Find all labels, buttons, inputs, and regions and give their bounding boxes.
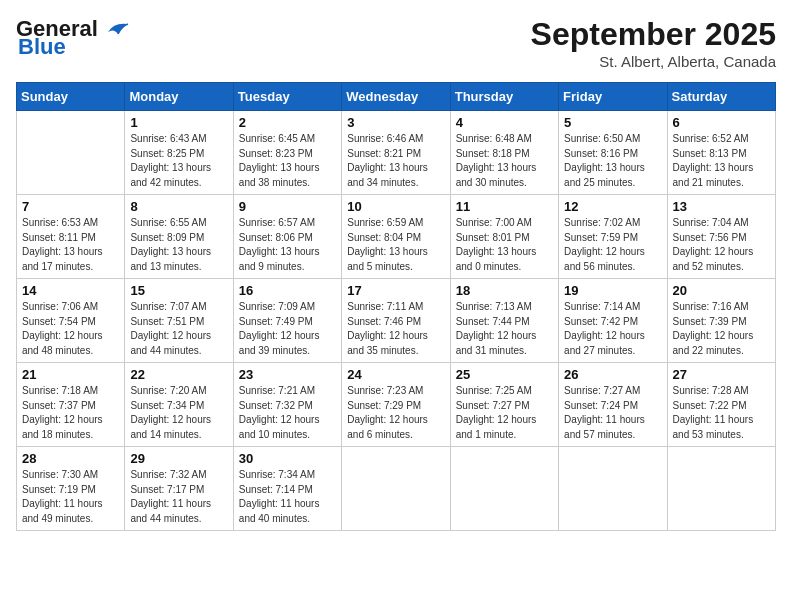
- title-block: September 2025 St. Albert, Alberta, Cana…: [531, 16, 776, 70]
- day-info: Sunrise: 7:34 AM Sunset: 7:14 PM Dayligh…: [239, 468, 336, 526]
- calendar-cell: 26Sunrise: 7:27 AM Sunset: 7:24 PM Dayli…: [559, 363, 667, 447]
- calendar-cell: 22Sunrise: 7:20 AM Sunset: 7:34 PM Dayli…: [125, 363, 233, 447]
- calendar-cell: 19Sunrise: 7:14 AM Sunset: 7:42 PM Dayli…: [559, 279, 667, 363]
- calendar-cell: 8Sunrise: 6:55 AM Sunset: 8:09 PM Daylig…: [125, 195, 233, 279]
- calendar-cell: 14Sunrise: 7:06 AM Sunset: 7:54 PM Dayli…: [17, 279, 125, 363]
- day-number: 20: [673, 283, 770, 298]
- day-number: 19: [564, 283, 661, 298]
- day-info: Sunrise: 6:43 AM Sunset: 8:25 PM Dayligh…: [130, 132, 227, 190]
- day-number: 23: [239, 367, 336, 382]
- calendar-cell: 4Sunrise: 6:48 AM Sunset: 8:18 PM Daylig…: [450, 111, 558, 195]
- calendar-cell: 6Sunrise: 6:52 AM Sunset: 8:13 PM Daylig…: [667, 111, 775, 195]
- day-number: 30: [239, 451, 336, 466]
- day-info: Sunrise: 7:16 AM Sunset: 7:39 PM Dayligh…: [673, 300, 770, 358]
- calendar-cell: [667, 447, 775, 531]
- day-info: Sunrise: 7:18 AM Sunset: 7:37 PM Dayligh…: [22, 384, 119, 442]
- day-info: Sunrise: 7:13 AM Sunset: 7:44 PM Dayligh…: [456, 300, 553, 358]
- calendar-cell: 16Sunrise: 7:09 AM Sunset: 7:49 PM Dayli…: [233, 279, 341, 363]
- day-info: Sunrise: 7:02 AM Sunset: 7:59 PM Dayligh…: [564, 216, 661, 274]
- page-header: General Blue September 2025 St. Albert, …: [16, 16, 776, 70]
- calendar-week-row: 21Sunrise: 7:18 AM Sunset: 7:37 PM Dayli…: [17, 363, 776, 447]
- day-info: Sunrise: 7:07 AM Sunset: 7:51 PM Dayligh…: [130, 300, 227, 358]
- day-number: 29: [130, 451, 227, 466]
- day-info: Sunrise: 7:25 AM Sunset: 7:27 PM Dayligh…: [456, 384, 553, 442]
- day-number: 18: [456, 283, 553, 298]
- day-info: Sunrise: 7:06 AM Sunset: 7:54 PM Dayligh…: [22, 300, 119, 358]
- calendar-cell: 1Sunrise: 6:43 AM Sunset: 8:25 PM Daylig…: [125, 111, 233, 195]
- calendar-cell: 15Sunrise: 7:07 AM Sunset: 7:51 PM Dayli…: [125, 279, 233, 363]
- calendar-cell: 5Sunrise: 6:50 AM Sunset: 8:16 PM Daylig…: [559, 111, 667, 195]
- day-number: 5: [564, 115, 661, 130]
- header-thursday: Thursday: [450, 83, 558, 111]
- calendar-cell: [342, 447, 450, 531]
- calendar-cell: 13Sunrise: 7:04 AM Sunset: 7:56 PM Dayli…: [667, 195, 775, 279]
- day-number: 12: [564, 199, 661, 214]
- calendar-cell: 18Sunrise: 7:13 AM Sunset: 7:44 PM Dayli…: [450, 279, 558, 363]
- day-number: 16: [239, 283, 336, 298]
- header-saturday: Saturday: [667, 83, 775, 111]
- day-number: 6: [673, 115, 770, 130]
- calendar-week-row: 28Sunrise: 7:30 AM Sunset: 7:19 PM Dayli…: [17, 447, 776, 531]
- calendar-cell: 21Sunrise: 7:18 AM Sunset: 7:37 PM Dayli…: [17, 363, 125, 447]
- day-number: 4: [456, 115, 553, 130]
- day-number: 13: [673, 199, 770, 214]
- header-friday: Friday: [559, 83, 667, 111]
- calendar-cell: 28Sunrise: 7:30 AM Sunset: 7:19 PM Dayli…: [17, 447, 125, 531]
- day-info: Sunrise: 6:53 AM Sunset: 8:11 PM Dayligh…: [22, 216, 119, 274]
- calendar-cell: 27Sunrise: 7:28 AM Sunset: 7:22 PM Dayli…: [667, 363, 775, 447]
- day-info: Sunrise: 7:04 AM Sunset: 7:56 PM Dayligh…: [673, 216, 770, 274]
- day-number: 26: [564, 367, 661, 382]
- day-number: 8: [130, 199, 227, 214]
- day-info: Sunrise: 7:28 AM Sunset: 7:22 PM Dayligh…: [673, 384, 770, 442]
- day-number: 15: [130, 283, 227, 298]
- day-number: 2: [239, 115, 336, 130]
- day-number: 3: [347, 115, 444, 130]
- day-number: 17: [347, 283, 444, 298]
- calendar-cell: 7Sunrise: 6:53 AM Sunset: 8:11 PM Daylig…: [17, 195, 125, 279]
- day-info: Sunrise: 6:48 AM Sunset: 8:18 PM Dayligh…: [456, 132, 553, 190]
- calendar-cell: 9Sunrise: 6:57 AM Sunset: 8:06 PM Daylig…: [233, 195, 341, 279]
- location-title: St. Albert, Alberta, Canada: [531, 53, 776, 70]
- logo-bird-icon: [100, 18, 130, 40]
- calendar-cell: 2Sunrise: 6:45 AM Sunset: 8:23 PM Daylig…: [233, 111, 341, 195]
- calendar-week-row: 14Sunrise: 7:06 AM Sunset: 7:54 PM Dayli…: [17, 279, 776, 363]
- calendar-week-row: 7Sunrise: 6:53 AM Sunset: 8:11 PM Daylig…: [17, 195, 776, 279]
- header-monday: Monday: [125, 83, 233, 111]
- calendar-cell: 11Sunrise: 7:00 AM Sunset: 8:01 PM Dayli…: [450, 195, 558, 279]
- day-number: 25: [456, 367, 553, 382]
- calendar-header-row: SundayMondayTuesdayWednesdayThursdayFrid…: [17, 83, 776, 111]
- day-info: Sunrise: 7:00 AM Sunset: 8:01 PM Dayligh…: [456, 216, 553, 274]
- day-number: 7: [22, 199, 119, 214]
- calendar-cell: 17Sunrise: 7:11 AM Sunset: 7:46 PM Dayli…: [342, 279, 450, 363]
- day-number: 10: [347, 199, 444, 214]
- day-number: 28: [22, 451, 119, 466]
- day-number: 21: [22, 367, 119, 382]
- month-title: September 2025: [531, 16, 776, 53]
- day-info: Sunrise: 7:32 AM Sunset: 7:17 PM Dayligh…: [130, 468, 227, 526]
- day-number: 9: [239, 199, 336, 214]
- calendar-cell: 3Sunrise: 6:46 AM Sunset: 8:21 PM Daylig…: [342, 111, 450, 195]
- header-tuesday: Tuesday: [233, 83, 341, 111]
- calendar-cell: 24Sunrise: 7:23 AM Sunset: 7:29 PM Dayli…: [342, 363, 450, 447]
- calendar-table: SundayMondayTuesdayWednesdayThursdayFrid…: [16, 82, 776, 531]
- calendar-cell: [559, 447, 667, 531]
- day-info: Sunrise: 6:57 AM Sunset: 8:06 PM Dayligh…: [239, 216, 336, 274]
- day-info: Sunrise: 6:52 AM Sunset: 8:13 PM Dayligh…: [673, 132, 770, 190]
- day-number: 1: [130, 115, 227, 130]
- day-info: Sunrise: 6:45 AM Sunset: 8:23 PM Dayligh…: [239, 132, 336, 190]
- calendar-cell: 23Sunrise: 7:21 AM Sunset: 7:32 PM Dayli…: [233, 363, 341, 447]
- calendar-cell: 20Sunrise: 7:16 AM Sunset: 7:39 PM Dayli…: [667, 279, 775, 363]
- day-info: Sunrise: 6:50 AM Sunset: 8:16 PM Dayligh…: [564, 132, 661, 190]
- calendar-cell: 12Sunrise: 7:02 AM Sunset: 7:59 PM Dayli…: [559, 195, 667, 279]
- day-info: Sunrise: 7:20 AM Sunset: 7:34 PM Dayligh…: [130, 384, 227, 442]
- day-info: Sunrise: 7:09 AM Sunset: 7:49 PM Dayligh…: [239, 300, 336, 358]
- day-info: Sunrise: 7:27 AM Sunset: 7:24 PM Dayligh…: [564, 384, 661, 442]
- header-sunday: Sunday: [17, 83, 125, 111]
- day-info: Sunrise: 7:23 AM Sunset: 7:29 PM Dayligh…: [347, 384, 444, 442]
- calendar-cell: 25Sunrise: 7:25 AM Sunset: 7:27 PM Dayli…: [450, 363, 558, 447]
- header-wednesday: Wednesday: [342, 83, 450, 111]
- calendar-cell: [450, 447, 558, 531]
- calendar-cell: [17, 111, 125, 195]
- day-number: 24: [347, 367, 444, 382]
- day-info: Sunrise: 6:46 AM Sunset: 8:21 PM Dayligh…: [347, 132, 444, 190]
